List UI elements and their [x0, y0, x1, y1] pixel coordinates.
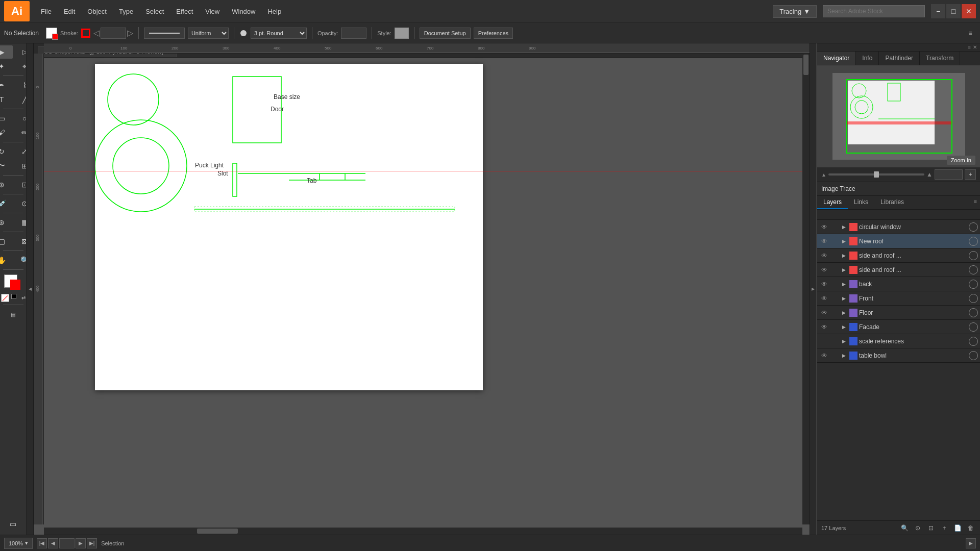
black-white-swatch[interactable] [11, 294, 19, 302]
zoom-level[interactable]: 100% ▾ [4, 538, 33, 549]
layer-expand-2[interactable]: ▶ [840, 251, 848, 261]
rectangle-tool[interactable]: ▭ [0, 112, 13, 125]
new-layer-icon[interactable]: 📄 [952, 523, 963, 533]
panel-close-icon[interactable]: ✕ [972, 44, 978, 50]
layer-vis-9[interactable]: 👁 [819, 350, 829, 361]
layer-lock-6[interactable] [829, 308, 840, 318]
eyedropper-tool[interactable]: 💉 [0, 197, 13, 210]
layer-expand-5[interactable]: ▶ [840, 293, 848, 304]
perspective-tool[interactable]: ⊡ [13, 178, 27, 191]
style-swatch[interactable] [395, 28, 409, 39]
layer-target-1[interactable] [969, 237, 978, 246]
layer-target-6[interactable] [969, 308, 978, 317]
layer-item-8[interactable]: ▶ scale references [817, 334, 980, 348]
layer-expand-4[interactable]: ▶ [840, 279, 848, 289]
layer-lock-5[interactable] [829, 293, 840, 304]
new-sublayer-icon[interactable]: + [939, 523, 949, 533]
layer-target-5[interactable] [969, 294, 978, 303]
make-clipping-mask-icon[interactable]: ⊡ [926, 523, 936, 533]
maximize-button[interactable]: □ [946, 4, 961, 18]
layer-expand-8[interactable]: ▶ [840, 336, 848, 346]
stroke-style-preview[interactable] [144, 28, 185, 39]
layer-expand-7[interactable]: ▶ [840, 322, 848, 332]
layer-item-2[interactable]: 👁 ▶ side and roof ... [817, 248, 980, 263]
ellipse-tool[interactable]: ○ [13, 112, 27, 125]
none-swatch[interactable] [1, 294, 9, 302]
layer-target-4[interactable] [969, 280, 978, 289]
layer-vis-5[interactable]: 👁 [819, 293, 829, 304]
document-setup-button[interactable]: Document Setup [420, 28, 471, 39]
layer-lock-7[interactable] [829, 322, 840, 332]
line-segment-tool[interactable]: ╱ [13, 93, 27, 106]
layer-vis-6[interactable]: 👁 [819, 308, 829, 318]
pencil-tool[interactable]: ✏ [13, 126, 27, 139]
menu-type[interactable]: Type [114, 6, 138, 17]
pen-tool[interactable]: ✒ [0, 79, 13, 92]
layer-expand-6[interactable]: ▶ [840, 308, 848, 318]
panel-options-icon[interactable]: ≡ [965, 28, 976, 39]
zoom-slider[interactable] [828, 173, 924, 176]
menu-view[interactable]: View [200, 6, 225, 17]
tab-info[interactable]: Info [856, 52, 879, 65]
tab-transform[interactable]: Transform [920, 52, 960, 65]
warp-tool[interactable]: 〜 [0, 159, 13, 172]
artboard-tool[interactable]: ▢ [0, 235, 13, 248]
graph-tool[interactable]: ▦ [13, 216, 27, 229]
layer-target-8[interactable] [969, 337, 978, 346]
first-page-button[interactable]: |◀ [37, 538, 47, 548]
layer-vis-7[interactable]: 👁 [819, 322, 829, 332]
symbol-sprayer-tool[interactable]: ⊛ [0, 216, 13, 229]
layers-tab-links[interactable]: Links [848, 196, 874, 209]
rotate-tool[interactable]: ↻ [0, 145, 13, 158]
shape-builder-tool[interactable]: ⊕ [0, 178, 13, 191]
layer-vis-1[interactable]: 👁 [819, 236, 829, 246]
stroke-color-swatch[interactable] [81, 29, 90, 38]
brush-select[interactable]: 3 pt. Round [251, 28, 307, 39]
layer-lock-2[interactable] [829, 251, 840, 261]
menu-window[interactable]: Window [227, 6, 260, 17]
direct-selection-tool[interactable]: ▷ [13, 45, 27, 59]
layer-item-1[interactable]: 👁 ▶ New roof [817, 234, 980, 248]
paintbrush-tool[interactable]: 🖌 [0, 126, 13, 139]
layer-lock-9[interactable] [829, 350, 840, 361]
delete-layer-icon[interactable]: 🗑 [966, 523, 976, 533]
selection-tool[interactable]: ▶ [0, 45, 13, 59]
horizontal-scrollbar[interactable] [44, 528, 802, 535]
page-input[interactable]: 1 [59, 538, 75, 548]
layer-lock-1[interactable] [829, 236, 840, 246]
layer-item-3[interactable]: 👁 ▶ side and roof ... [817, 263, 980, 277]
menu-edit[interactable]: Edit [59, 6, 80, 17]
vertical-scrollbar[interactable] [802, 54, 810, 524]
layer-target-3[interactable] [969, 265, 978, 274]
zoom-in-button[interactable]: + Zoom In [965, 169, 976, 180]
right-panel-collapse[interactable]: ▶ [810, 43, 817, 535]
tab-pathfinder[interactable]: Pathfinder [879, 52, 920, 65]
layer-vis-0[interactable]: 👁 [819, 222, 829, 232]
slice-tool[interactable]: ⊠ [13, 235, 27, 248]
layer-expand-0[interactable]: ▶ [840, 222, 848, 232]
prev-page-button[interactable]: ◀ [48, 538, 58, 548]
nav-zoom-input[interactable]: 100% [935, 169, 963, 180]
layer-lock-8[interactable] [829, 336, 840, 346]
search-layers-icon[interactable]: 🔍 [899, 523, 910, 533]
layer-lock-0[interactable] [829, 222, 840, 232]
layer-target-9[interactable] [969, 351, 978, 360]
stroke-type-select[interactable]: Uniform [188, 28, 229, 39]
change-screen-mode[interactable]: ▭ [2, 517, 24, 531]
type-tool[interactable]: T [0, 93, 13, 106]
layers-tab-libraries[interactable]: Libraries [874, 196, 910, 209]
zoom-tool[interactable]: 🔍 [13, 254, 27, 267]
search-input[interactable] [823, 5, 925, 17]
layer-vis-4[interactable]: 👁 [819, 279, 829, 289]
layer-vis-8[interactable] [819, 336, 829, 346]
menu-help[interactable]: Help [262, 6, 286, 17]
layer-target-0[interactable] [969, 222, 978, 232]
layer-target-7[interactable] [969, 322, 978, 332]
last-page-button[interactable]: ▶| [87, 538, 97, 548]
layer-item-5[interactable]: 👁 ▶ Front [817, 291, 980, 306]
layer-vis-2[interactable]: 👁 [819, 251, 829, 261]
layer-item-4[interactable]: 👁 ▶ back [817, 277, 980, 291]
layer-vis-3[interactable]: 👁 [819, 265, 829, 275]
hand-tool[interactable]: ✋ [0, 254, 13, 267]
layers-tab-layers[interactable]: Layers [817, 196, 848, 209]
